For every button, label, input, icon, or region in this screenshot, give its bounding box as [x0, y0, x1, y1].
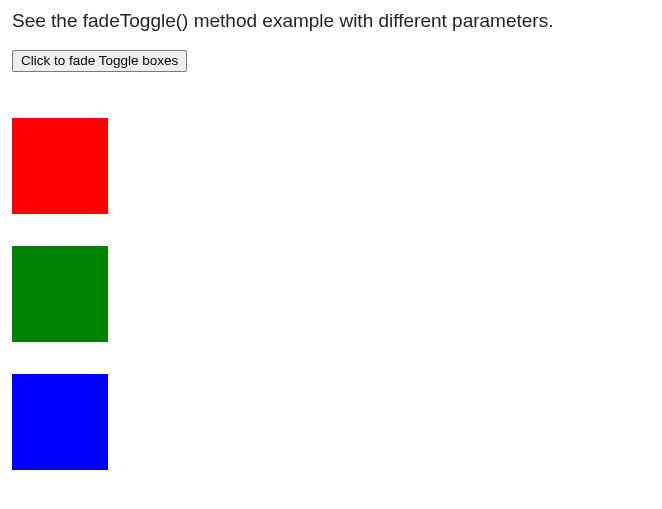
color-box-red: [12, 118, 108, 214]
color-box-blue: [12, 374, 108, 470]
fade-toggle-button[interactable]: Click to fade Toggle boxes: [12, 50, 187, 72]
color-box-green: [12, 246, 108, 342]
page-heading: See the fadeToggle() method example with…: [12, 10, 652, 32]
boxes-container: [12, 118, 652, 470]
